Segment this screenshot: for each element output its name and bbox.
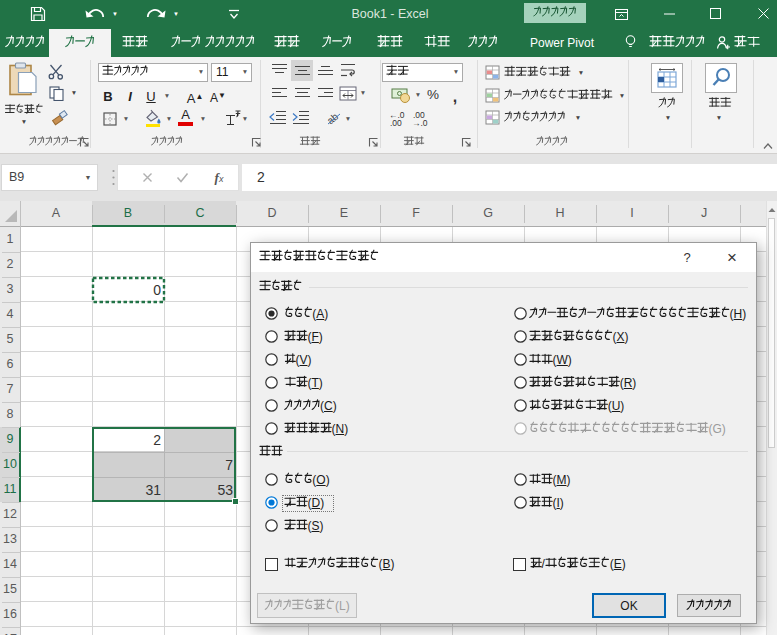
- svg-text:.00: .00: [390, 118, 402, 127]
- svg-text:→.0: →.0: [412, 118, 428, 127]
- svg-text:ab: ab: [325, 110, 341, 126]
